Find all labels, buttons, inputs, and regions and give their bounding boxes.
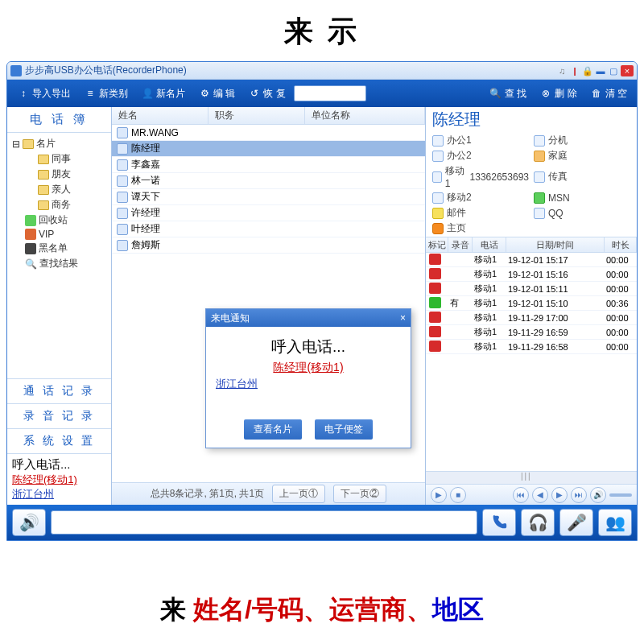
field-label: 传真 xyxy=(548,170,568,184)
stop-button[interactable]: ■ xyxy=(450,487,466,503)
fwd-button[interactable]: ▶ xyxy=(551,487,568,503)
volume-button[interactable]: 🔊 xyxy=(590,487,606,503)
tab-settings[interactable]: 系 统 设 置 xyxy=(7,429,111,454)
view-card-button[interactable]: 查看名片 xyxy=(244,419,302,440)
tab-callrecord[interactable]: 通 话 记 录 xyxy=(7,379,111,404)
lock-icon[interactable]: 🔒 xyxy=(582,65,593,76)
contact-row[interactable]: 詹姆斯 xyxy=(112,237,425,254)
next-page-button[interactable]: 下一页② xyxy=(333,485,386,503)
import-button[interactable]: ↕导入导出 xyxy=(12,85,76,103)
tab-recording[interactable]: 录 音 记 录 xyxy=(7,404,111,429)
contact-row[interactable]: 许经理 xyxy=(112,205,425,221)
incoming-name[interactable]: 陈经理(移动1) xyxy=(12,473,106,487)
field-办公2: 办公2 xyxy=(432,149,529,163)
mail-icon xyxy=(432,208,444,219)
tree-blacklist[interactable]: 黑名单 xyxy=(9,241,109,256)
contact-row[interactable]: MR.WANG xyxy=(112,125,425,141)
log-row[interactable]: 移动119-12-01 15:1100:00 xyxy=(426,282,637,296)
field-label: 移动1 xyxy=(445,164,465,189)
prev-page-button[interactable]: 上一页① xyxy=(272,485,325,503)
tree-vip[interactable]: VIP xyxy=(9,228,109,241)
vip-icon xyxy=(25,229,36,240)
import-icon: ↕ xyxy=(17,87,30,100)
dt-cell: 19-11-29 16:59 xyxy=(506,328,605,337)
col-duration[interactable]: 时长 xyxy=(605,237,637,252)
tree-relative[interactable]: 亲人 xyxy=(9,182,109,197)
incoming-location: 浙江台州 xyxy=(12,487,106,502)
headset-button[interactable]: 🎧 xyxy=(521,509,555,536)
log-row[interactable]: 移动119-11-29 16:5800:00 xyxy=(426,340,637,354)
log-header: 标记 录音 电话 日期/时间 时长 xyxy=(426,237,637,253)
recycle-icon xyxy=(25,215,36,226)
popup-caller[interactable]: 陈经理(移动1) xyxy=(213,361,404,375)
log-row[interactable]: 移动119-12-01 15:1600:00 xyxy=(426,267,637,282)
log-row[interactable]: 移动119-12-01 15:1700:00 xyxy=(426,253,637,267)
pager-info: 总共8条记录, 第1页, 共1页 xyxy=(151,487,264,501)
col-name[interactable]: 姓名 xyxy=(112,107,208,124)
phone-cell: 移动1 xyxy=(473,254,506,266)
volume-slider[interactable] xyxy=(609,493,632,497)
contact-row[interactable]: 谭天下 xyxy=(112,189,425,205)
col-phone[interactable]: 电话 xyxy=(473,237,506,252)
contact-row[interactable]: 林一诺 xyxy=(112,173,425,189)
new-card-button[interactable]: 👤新名片 xyxy=(136,85,190,103)
contacts-button[interactable]: 👥 xyxy=(598,509,632,536)
field-label: 邮件 xyxy=(447,206,466,220)
maximize-icon[interactable]: ▢ xyxy=(608,65,619,76)
contact-row[interactable]: 李鑫嘉 xyxy=(112,157,425,173)
col-company[interactable]: 单位名称 xyxy=(305,107,425,124)
play-button[interactable]: ▶ xyxy=(431,487,447,503)
clear-button[interactable]: 🗑清 空 xyxy=(585,85,632,103)
dt-cell: 19-12-01 15:16 xyxy=(506,270,605,279)
sep-icon: | xyxy=(569,65,580,76)
new-category-button[interactable]: ≡新类别 xyxy=(79,85,133,103)
tree-colleague[interactable]: 同事 xyxy=(9,151,109,167)
edit-button[interactable]: ⚙编 辑 xyxy=(193,85,240,103)
minimize-icon[interactable]: ▬ xyxy=(595,65,606,76)
tree-business[interactable]: 商务 xyxy=(9,197,109,213)
folder-icon xyxy=(38,200,49,210)
tab-phonebook[interactable]: 电 话 簿 xyxy=(7,107,111,133)
log-row[interactable]: 移动119-11-29 17:0000:00 xyxy=(426,311,637,325)
popup-title: 来电通知 xyxy=(211,312,250,325)
field-分机: 分机 xyxy=(534,134,630,147)
gear-icon: ⚙ xyxy=(198,87,211,100)
trash-icon: 🗑 xyxy=(590,87,603,100)
field-label: 办公2 xyxy=(447,149,472,163)
col-title[interactable]: 职务 xyxy=(208,107,305,124)
close-icon[interactable]: × xyxy=(621,65,634,76)
col-datetime[interactable]: 日期/时间 xyxy=(506,237,605,252)
back-button[interactable]: ◀ xyxy=(532,487,548,503)
rewind-button[interactable]: ⏮ xyxy=(513,487,529,503)
field-label: 办公1 xyxy=(447,134,472,147)
h-scrollbar[interactable] xyxy=(426,471,637,484)
call-button[interactable] xyxy=(482,509,516,536)
qq-icon xyxy=(534,208,545,219)
tree-results[interactable]: 🔍查找结果 xyxy=(9,256,109,271)
pager: 总共8条记录, 第1页, 共1页 上一页① 下一页② xyxy=(112,482,425,505)
restore-button[interactable]: ↺恢 复 xyxy=(243,85,290,103)
col-mark[interactable]: 标记 xyxy=(426,237,448,252)
tree-recycle[interactable]: 回收站 xyxy=(9,213,109,228)
col-rec[interactable]: 录音 xyxy=(448,237,473,252)
contact-row[interactable]: 叶经理 xyxy=(112,221,425,237)
log-row[interactable]: 移动119-11-29 16:5900:00 xyxy=(426,325,637,340)
popup-close-icon[interactable]: × xyxy=(400,312,406,324)
log-row[interactable]: 有移动119-12-01 15:1000:36 xyxy=(426,296,637,311)
msn-icon xyxy=(534,192,545,204)
dur-cell: 00:00 xyxy=(605,284,637,294)
speaker-button[interactable]: 🔊 xyxy=(12,509,46,536)
e-note-button[interactable]: 电子便签 xyxy=(315,419,373,440)
tree-root-cards[interactable]: ⊟名片 xyxy=(9,136,109,151)
card-icon xyxy=(117,159,128,171)
contact-row[interactable]: 陈经理 xyxy=(112,141,425,157)
find-button[interactable]: 🔍查 找 xyxy=(485,85,531,103)
card-icon xyxy=(117,224,128,235)
search-input[interactable] xyxy=(294,85,366,101)
delete-button[interactable]: ⊗删 除 xyxy=(535,85,581,103)
music-icon[interactable]: ♫ xyxy=(556,65,568,76)
dial-input[interactable] xyxy=(51,510,477,535)
ffwd-button[interactable]: ⏭ xyxy=(571,487,587,503)
mic-button[interactable]: 🎤 xyxy=(559,509,593,536)
tree-friend[interactable]: 朋友 xyxy=(9,167,109,182)
